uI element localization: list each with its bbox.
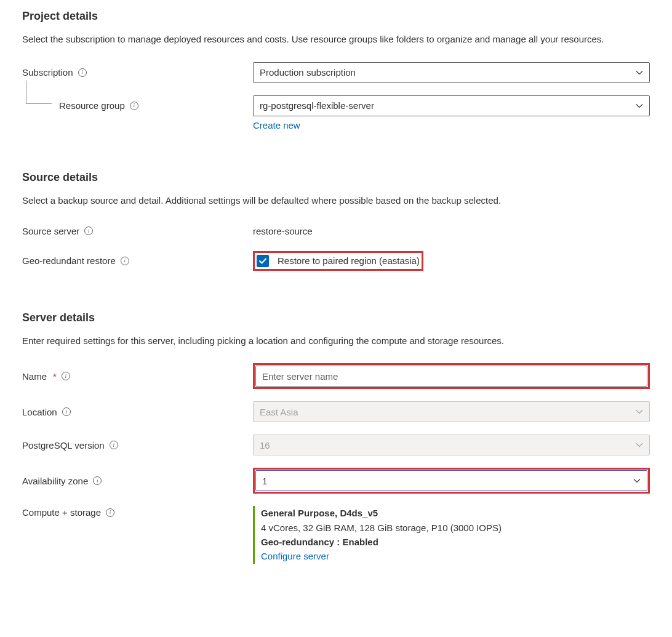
location-label: Location <box>22 407 57 417</box>
subscription-label: Subscription <box>22 67 73 78</box>
server-details-heading: Server details <box>22 311 650 324</box>
geo-restore-checkbox-label: Restore to paired region (eastasia) <box>278 255 420 266</box>
resource-group-value: rg-postgresql-flexible-server <box>260 100 374 111</box>
compute-tier: General Purpose, D4ds_v5 <box>261 506 650 520</box>
project-details-heading: Project details <box>22 10 650 23</box>
source-details-desc: Select a backup source and detail. Addit… <box>22 194 650 207</box>
info-icon[interactable]: i <box>121 257 129 265</box>
compute-geo-redundancy: Geo-redundancy : Enabled <box>261 535 650 549</box>
server-name-input[interactable] <box>255 366 647 387</box>
required-asterisk: * <box>53 371 57 382</box>
info-icon[interactable]: i <box>106 508 114 517</box>
resource-group-label: Resource group <box>59 100 125 111</box>
info-icon[interactable]: i <box>62 407 71 416</box>
chevron-down-icon <box>636 441 643 449</box>
compute-storage-label: Compute + storage <box>22 507 101 518</box>
postgresql-version-label: PostgreSQL version <box>22 440 105 451</box>
source-server-label: Source server <box>22 226 79 236</box>
compute-detail: 4 vCores, 32 GiB RAM, 128 GiB storage, P… <box>261 521 650 535</box>
postgresql-version-dropdown: 16 <box>253 435 650 455</box>
subscription-dropdown[interactable]: Production subscription <box>253 62 650 83</box>
postgresql-version-value: 16 <box>260 440 270 451</box>
subscription-value: Production subscription <box>260 67 356 78</box>
source-server-value: restore-source <box>253 223 650 239</box>
info-icon[interactable]: i <box>130 102 138 110</box>
location-dropdown: East Asia <box>253 401 650 422</box>
geo-restore-checkbox[interactable] <box>257 255 269 267</box>
server-details-desc: Enter required settings for this server,… <box>22 334 650 348</box>
info-icon[interactable]: i <box>78 68 87 77</box>
check-icon <box>258 257 267 265</box>
info-icon[interactable]: i <box>110 441 118 449</box>
create-new-link[interactable]: Create new <box>253 120 300 130</box>
chevron-down-icon <box>636 102 643 110</box>
resource-group-dropdown[interactable]: rg-postgresql-flexible-server <box>253 95 650 116</box>
configure-server-link[interactable]: Configure server <box>261 551 329 561</box>
location-value: East Asia <box>260 407 298 417</box>
info-icon[interactable]: i <box>93 476 102 485</box>
project-details-desc: Select the subscription to manage deploy… <box>22 33 650 46</box>
info-icon[interactable]: i <box>62 372 70 380</box>
availability-zone-value: 1 <box>262 476 267 486</box>
availability-zone-label: Availability zone <box>22 476 88 486</box>
info-icon[interactable]: i <box>84 226 93 235</box>
availability-zone-dropdown[interactable]: 1 <box>255 470 647 491</box>
tree-connector <box>26 81 52 104</box>
chevron-down-icon <box>636 69 643 76</box>
compute-storage-card: General Purpose, D4ds_v5 4 vCores, 32 Gi… <box>253 506 650 563</box>
chevron-down-icon <box>633 477 641 484</box>
chevron-down-icon <box>636 408 643 415</box>
source-details-heading: Source details <box>22 171 650 184</box>
geo-redundant-restore-label: Geo-redundant restore <box>22 255 116 266</box>
server-name-label: Name <box>22 371 47 382</box>
